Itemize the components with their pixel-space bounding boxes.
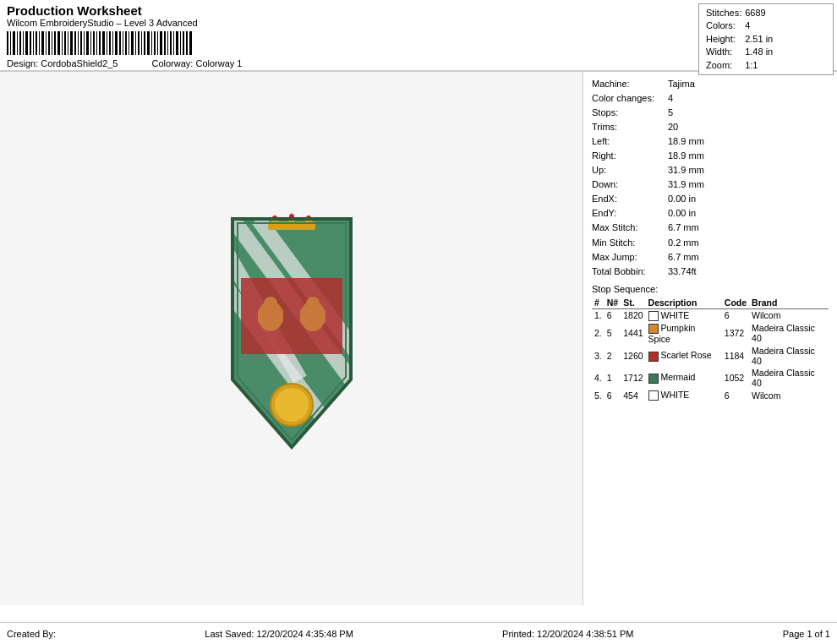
- cell-brand: Madeira Classic 40: [749, 367, 829, 389]
- cell-n: 6: [604, 308, 621, 322]
- last-saved: Last Saved: 12/20/2024 4:35:48 PM: [205, 629, 353, 639]
- svg-rect-26: [90, 31, 91, 55]
- svg-rect-54: [180, 31, 181, 55]
- svg-rect-16: [57, 31, 60, 55]
- cell-code: 1184: [722, 345, 749, 367]
- svg-point-72: [275, 388, 309, 422]
- cell-desc: Scarlet Rose: [646, 345, 722, 367]
- cell-stop: 5.: [592, 389, 604, 401]
- cell-st: 454: [621, 389, 645, 401]
- embroidery-preview: [207, 210, 376, 467]
- svg-rect-53: [176, 31, 178, 55]
- svg-rect-52: [173, 31, 174, 55]
- spec-up: Up: 31.9 mm: [592, 163, 829, 177]
- svg-rect-45: [151, 31, 152, 55]
- svg-rect-7: [30, 31, 31, 55]
- spec-stops: Stops: 5: [592, 106, 829, 120]
- svg-rect-69: [258, 308, 283, 325]
- cell-brand: Madeira Classic 40: [749, 345, 829, 367]
- stitches-value: 6689: [745, 7, 776, 19]
- cell-n: 2: [604, 345, 621, 367]
- table-row: 2.51441 Pumpkin Spice1372Madeira Classic…: [592, 322, 829, 345]
- svg-rect-38: [129, 31, 129, 55]
- cell-n: 6: [604, 389, 621, 401]
- svg-rect-14: [52, 31, 52, 55]
- page-footer: Created By: Last Saved: 12/20/2024 4:35:…: [0, 622, 837, 644]
- svg-rect-56: [186, 31, 188, 55]
- spec-machine: Machine: Tajima: [592, 77, 829, 91]
- cell-stop: 1.: [592, 308, 604, 322]
- svg-rect-20: [70, 31, 73, 55]
- height-value: 2.51 in: [745, 33, 776, 46]
- svg-rect-64: [241, 278, 342, 354]
- svg-rect-8: [33, 31, 34, 55]
- specs-panel: Machine: Tajima Color changes: 4 Stops: …: [583, 72, 837, 605]
- svg-rect-30: [102, 31, 105, 55]
- cell-code: 6: [722, 308, 749, 322]
- svg-rect-10: [39, 31, 40, 55]
- svg-rect-11: [41, 31, 44, 55]
- svg-rect-0: [7, 31, 8, 55]
- svg-rect-55: [183, 31, 184, 55]
- svg-rect-12: [46, 31, 46, 55]
- cell-brand: Madeira Classic 40: [749, 322, 829, 345]
- spec-color-changes: Color changes: 4: [592, 91, 829, 106]
- spec-total-bobbin: Total Bobbin: 33.74ft: [592, 265, 829, 279]
- cell-desc: WHITE: [646, 308, 722, 322]
- height-label: Height:: [706, 33, 745, 46]
- spec-down: Down: 31.9 mm: [592, 177, 829, 192]
- spec-left: Left: 18.9 mm: [592, 134, 829, 149]
- svg-rect-5: [23, 31, 24, 55]
- svg-rect-25: [86, 31, 89, 55]
- cell-code: 6: [722, 389, 749, 401]
- svg-rect-42: [141, 31, 142, 55]
- printed: Printed: 12/20/2024 4:38:51 PM: [502, 629, 633, 639]
- cell-brand: Wilcom: [749, 308, 829, 322]
- svg-rect-23: [80, 31, 82, 55]
- spec-endy: EndY: 0.00 in: [592, 206, 829, 221]
- svg-rect-44: [147, 31, 150, 55]
- shield-svg: [207, 210, 376, 464]
- svg-rect-9: [36, 31, 37, 55]
- cell-stop: 4.: [592, 367, 604, 389]
- svg-rect-36: [123, 31, 123, 55]
- barcode-svg: [7, 31, 193, 57]
- svg-rect-15: [54, 31, 56, 55]
- svg-rect-19: [68, 31, 68, 55]
- stop-sequence-table: # N# St. Description Code Brand 1.61820 …: [592, 297, 829, 402]
- col-header-code: Code: [722, 297, 749, 309]
- colors-value: 4: [745, 19, 776, 32]
- cell-code: 1372: [722, 322, 749, 345]
- cell-st: 1260: [621, 345, 645, 367]
- cell-desc: WHITE: [646, 389, 722, 401]
- zoom-value: 1:1: [745, 59, 776, 72]
- stop-sequence-section: Stop Sequence: # N# St. Description Code…: [592, 284, 829, 402]
- svg-rect-35: [119, 31, 121, 55]
- main-content: Machine: Tajima Color changes: 4 Stops: …: [0, 71, 837, 605]
- stitches-label: Stitches:: [706, 7, 745, 19]
- table-header-row: # N# St. Description Code Brand: [592, 297, 829, 309]
- col-header-desc: Description: [646, 297, 722, 309]
- preview-panel: [0, 72, 583, 605]
- spec-max-stitch: Max Stitch: 6.7 mm: [592, 221, 829, 235]
- svg-rect-46: [154, 31, 156, 55]
- svg-rect-43: [144, 31, 145, 55]
- width-label: Width:: [706, 46, 745, 58]
- svg-rect-29: [99, 31, 101, 55]
- table-row: 3.21260 Scarlet Rose1184Madeira Classic …: [592, 345, 829, 367]
- svg-rect-3: [17, 31, 18, 55]
- svg-rect-18: [64, 31, 66, 55]
- cell-st: 1441: [621, 322, 645, 345]
- svg-rect-24: [84, 31, 85, 55]
- table-row: 4.11712 Mermaid1052Madeira Classic 40: [592, 367, 829, 389]
- svg-rect-34: [115, 31, 118, 55]
- cell-code: 1052: [722, 367, 749, 389]
- cell-brand: Wilcom: [749, 389, 829, 401]
- zoom-label: Zoom:: [706, 59, 745, 72]
- table-row: 5.6454 WHITE6Wilcom: [592, 389, 829, 401]
- page-number: Page 1 of 1: [783, 629, 830, 639]
- svg-rect-47: [157, 31, 158, 55]
- svg-rect-22: [78, 31, 79, 55]
- spec-endx: EndX: 0.00 in: [592, 192, 829, 206]
- svg-rect-40: [135, 31, 136, 55]
